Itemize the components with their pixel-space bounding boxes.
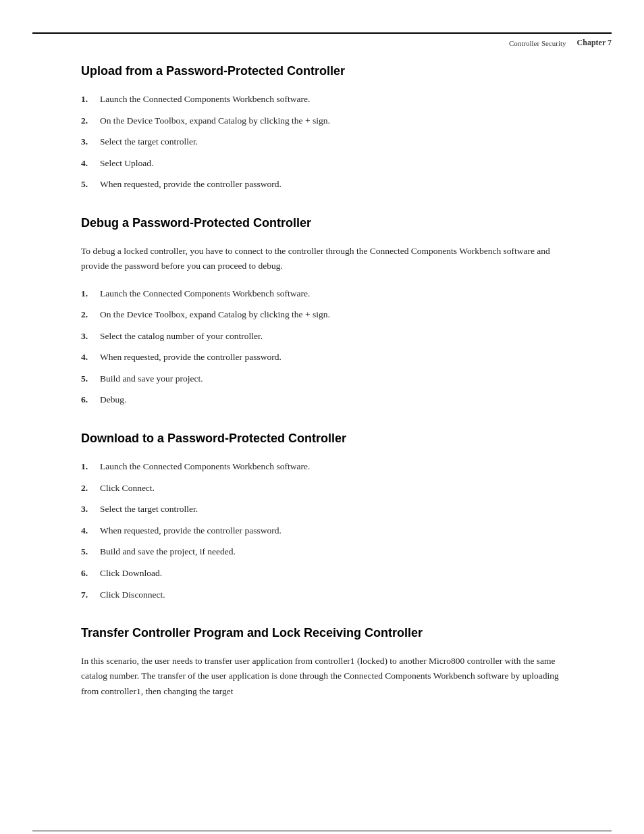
step-text: Click Download. (100, 566, 563, 581)
list-item: 5. When requested, provide the controlle… (81, 177, 563, 192)
list-item: 3. Select the target controller. (81, 502, 563, 517)
step-text: Select the target controller. (100, 502, 563, 517)
step-text: On the Device Toolbox, expand Catalog by… (100, 113, 563, 128)
step-number: 4. (81, 156, 100, 171)
step-text: Launch the Connected Components Workbenc… (100, 459, 563, 474)
step-text: When requested, provide the controller p… (100, 177, 563, 192)
header-chapter-label: Chapter 7 (577, 38, 612, 48)
step-text: Select the target controller. (100, 134, 563, 149)
list-item: 5. Build and save your project. (81, 371, 563, 386)
header-section-label: Controller Security (509, 39, 566, 47)
step-number: 4. (81, 350, 100, 365)
step-text: When requested, provide the controller p… (100, 523, 563, 538)
list-item: 4. When requested, provide the controlle… (81, 350, 563, 365)
list-item: 6. Debug. (81, 392, 563, 407)
section-transfer-title: Transfer Controller Program and Lock Rec… (81, 626, 563, 640)
step-number: 5. (81, 177, 100, 192)
step-number: 6. (81, 566, 100, 581)
step-text: Launch the Connected Components Workbenc… (100, 92, 563, 107)
step-text: On the Device Toolbox, expand Catalog by… (100, 307, 563, 322)
list-item: 5. Build and save the project, if needed… (81, 544, 563, 559)
list-item: 2. On the Device Toolbox, expand Catalog… (81, 307, 563, 322)
step-number: 1. (81, 286, 100, 301)
step-number: 2. (81, 307, 100, 322)
section-debug-title: Debug a Password-Protected Controller (81, 216, 563, 230)
step-number: 7. (81, 588, 100, 602)
section-download-steps: 1. Launch the Connected Components Workb… (81, 459, 563, 602)
main-content: Upload from a Password-Protected Control… (0, 48, 644, 756)
list-item: 4. Select Upload. (81, 156, 563, 171)
list-item: 3. Select the catalog number of your con… (81, 329, 563, 344)
step-number: 3. (81, 502, 100, 517)
list-item: 1. Launch the Connected Components Workb… (81, 459, 563, 474)
header-meta: Controller Security Chapter 7 (0, 34, 644, 48)
list-item: 2. Click Connect. (81, 481, 563, 496)
list-item: 6. Click Download. (81, 566, 563, 581)
chapter-word: Chapter 7 (577, 38, 612, 47)
section-download: Download to a Password-Protected Control… (81, 432, 563, 602)
step-number: 1. (81, 459, 100, 474)
step-text: Build and save the project, if needed. (100, 544, 563, 559)
step-text: Click Connect. (100, 481, 563, 496)
step-text: Build and save your project. (100, 371, 563, 386)
list-item: 2. On the Device Toolbox, expand Catalog… (81, 113, 563, 128)
step-number: 6. (81, 392, 100, 407)
section-debug-intro: To debug a locked controller, you have t… (81, 244, 563, 274)
list-item: 1. Launch the Connected Components Workb… (81, 92, 563, 107)
step-number: 2. (81, 481, 100, 496)
step-number: 5. (81, 371, 100, 386)
step-text: Debug. (100, 392, 563, 407)
page: Controller Security Chapter 7 Upload fro… (0, 32, 644, 834)
section-download-title: Download to a Password-Protected Control… (81, 432, 563, 446)
list-item: 4. When requested, provide the controlle… (81, 523, 563, 538)
step-text: Launch the Connected Components Workbenc… (100, 286, 563, 301)
section-upload-steps: 1. Launch the Connected Components Workb… (81, 92, 563, 192)
step-text: Select the catalog number of your contro… (100, 329, 563, 344)
list-item: 7. Click Disconnect. (81, 588, 563, 602)
section-transfer: Transfer Controller Program and Lock Rec… (81, 626, 563, 699)
footer-rule (32, 831, 612, 831)
step-number: 3. (81, 134, 100, 149)
step-text: Click Disconnect. (100, 588, 563, 602)
section-debug: Debug a Password-Protected Controller To… (81, 216, 563, 407)
step-number: 5. (81, 544, 100, 559)
section-debug-steps: 1. Launch the Connected Components Workb… (81, 286, 563, 408)
step-number: 1. (81, 92, 100, 107)
section-upload-title: Upload from a Password-Protected Control… (81, 64, 563, 78)
section-transfer-intro: In this scenario, the user needs to tran… (81, 654, 563, 699)
step-number: 2. (81, 113, 100, 128)
step-number: 3. (81, 329, 100, 344)
section-upload: Upload from a Password-Protected Control… (81, 64, 563, 192)
list-item: 3. Select the target controller. (81, 134, 563, 149)
list-item: 1. Launch the Connected Components Workb… (81, 286, 563, 301)
step-text: Select Upload. (100, 156, 563, 171)
step-text: When requested, provide the controller p… (100, 350, 563, 365)
step-number: 4. (81, 523, 100, 538)
